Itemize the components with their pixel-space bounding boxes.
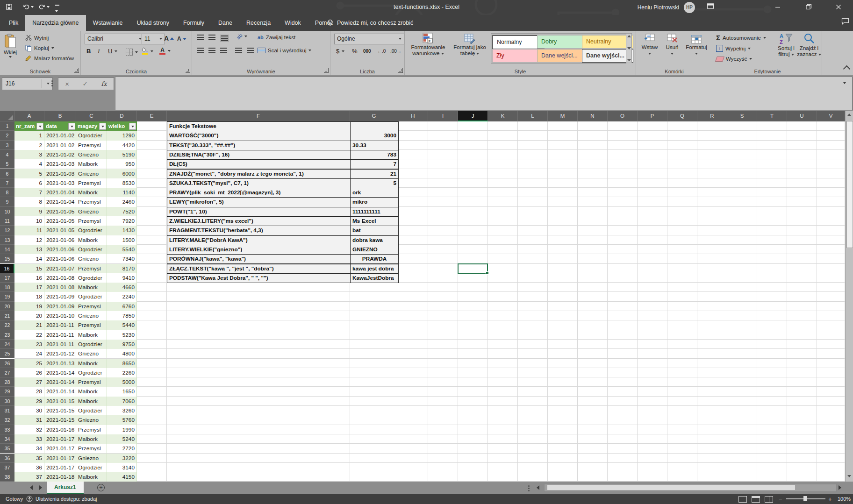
- copy-button[interactable]: Kopiuj: [25, 45, 54, 51]
- align-center-button[interactable]: [208, 48, 215, 53]
- page-layout-view-icon[interactable]: [752, 496, 760, 503]
- row-header-5[interactable]: 5: [0, 159, 14, 169]
- column-header-U[interactable]: U: [787, 111, 817, 121]
- clipboard-dialog-launcher-icon[interactable]: [74, 68, 79, 73]
- column-header-I[interactable]: I: [428, 111, 458, 121]
- cell-formula[interactable]: FRAGMENT.TEKSTU("herbata", 4,3): [167, 226, 351, 235]
- cell-result[interactable]: KawaJestDobra: [350, 273, 399, 283]
- font-color-button[interactable]: A: [159, 47, 171, 55]
- cell-nr-zam[interactable]: 31: [14, 415, 44, 425]
- tab-wstawianie[interactable]: Wstawianie: [86, 15, 130, 31]
- row-header-15[interactable]: 15: [0, 254, 14, 263]
- tab-dane[interactable]: Dane: [211, 15, 239, 31]
- cell-magazyn[interactable]: Przemysl: [76, 425, 107, 434]
- avatar[interactable]: HP: [684, 2, 695, 13]
- insert-function-icon[interactable]: fx: [101, 80, 107, 87]
- cell-magazyn[interactable]: Przemysl: [76, 264, 107, 273]
- row-header-34[interactable]: 34: [0, 434, 14, 444]
- next-sheet-icon[interactable]: [39, 485, 42, 490]
- row-header-27[interactable]: 27: [0, 368, 14, 377]
- cell-style-dane-wej-ci-[interactable]: Dane wejści...: [537, 49, 588, 63]
- cell-magazyn[interactable]: Malbork: [76, 283, 107, 292]
- vertical-scroll-thumb[interactable]: [846, 121, 853, 248]
- cell-magazyn[interactable]: Malbork: [76, 434, 107, 444]
- normal-view-icon[interactable]: [738, 496, 747, 503]
- add-sheet-icon[interactable]: +: [97, 484, 105, 491]
- page-break-view-icon[interactable]: [765, 496, 773, 503]
- tell-me[interactable]: Powiedz mi, co chcesz zrobić: [327, 15, 413, 31]
- close-icon[interactable]: [828, 0, 849, 15]
- tab-formuły[interactable]: Formuły: [176, 15, 211, 31]
- column-header-H[interactable]: H: [398, 111, 428, 121]
- tab-recenzja[interactable]: Recenzja: [239, 15, 278, 31]
- column-header-K[interactable]: K: [488, 111, 518, 121]
- cell-formula[interactable]: TEKST("30.333", "##.##"): [167, 141, 351, 150]
- cell-data[interactable]: 2021-01-04: [44, 197, 76, 206]
- cell-data[interactable]: 2021-01-09: [44, 302, 76, 311]
- cell-nr-zam[interactable]: 35: [14, 454, 44, 463]
- row-header-3[interactable]: 3: [0, 141, 14, 150]
- cell-data[interactable]: 2021-01-06: [44, 235, 76, 245]
- cell-wielkosc[interactable]: 3140: [107, 463, 137, 472]
- cell-magazyn[interactable]: Przemysl: [76, 320, 107, 330]
- cell-wielkosc[interactable]: 7340: [107, 254, 137, 263]
- alignment-dialog-launcher-icon[interactable]: [324, 68, 329, 73]
- cell-wielkosc[interactable]: 2460: [107, 197, 137, 206]
- align-top-button[interactable]: [197, 35, 204, 40]
- cell-data[interactable]: 2021-01-18: [44, 472, 76, 482]
- cell-magazyn[interactable]: Przemysl: [76, 444, 107, 453]
- cell-data[interactable]: 2021-01-02: [44, 150, 76, 159]
- cell-formula[interactable]: LITERY.WIELKIE("gniezno"): [167, 245, 351, 255]
- row-header-11[interactable]: 11: [0, 216, 14, 226]
- cell-magazyn[interactable]: Przemysl: [76, 302, 107, 311]
- horizontal-scroll-thumb[interactable]: [547, 485, 795, 490]
- tab-narzędzia-główne[interactable]: Narzędzia główne: [25, 15, 86, 31]
- cell-data[interactable]: 2021-01-04: [44, 188, 76, 197]
- cell-nr-zam[interactable]: 9: [14, 207, 44, 216]
- fill-color-button[interactable]: [142, 47, 153, 56]
- cell-wielkosc[interactable]: 7520: [107, 207, 137, 216]
- row-header-24[interactable]: 24: [0, 340, 14, 349]
- cell-data[interactable]: 2021-01-11: [44, 330, 76, 340]
- cell-nr-zam[interactable]: 15: [14, 264, 44, 273]
- cell-data[interactable]: 2021-01-17: [44, 434, 76, 444]
- cell-wielkosc[interactable]: 4420: [107, 141, 137, 150]
- font-family-select[interactable]: Calibri: [85, 34, 144, 44]
- cell-wielkosc[interactable]: 6760: [107, 302, 137, 311]
- align-middle-button[interactable]: [208, 35, 215, 40]
- scroll-down-icon[interactable]: [847, 475, 851, 477]
- cell-nr-zam[interactable]: 28: [14, 387, 44, 396]
- cell-data[interactable]: 2021-01-11: [44, 340, 76, 349]
- cell-data[interactable]: 2021-01-15: [44, 406, 76, 415]
- italic-button[interactable]: I: [98, 48, 100, 55]
- cell-wielkosc[interactable]: 1990: [107, 425, 137, 434]
- row-header-21[interactable]: 21: [0, 311, 14, 320]
- cell-data[interactable]: 2021-01-14: [44, 387, 76, 396]
- cell-result[interactable]: dobra kawa: [350, 235, 399, 245]
- cell-nr-zam[interactable]: 13: [14, 245, 44, 254]
- cell-style-dobry[interactable]: Dobry: [537, 35, 588, 49]
- cell-magazyn[interactable]: Malbork: [76, 472, 107, 482]
- cell-nr-zam[interactable]: 16: [14, 273, 44, 283]
- cell-nr-zam[interactable]: 18: [14, 292, 44, 301]
- cell-magazyn[interactable]: Przemysl: [76, 197, 107, 206]
- row-header-9[interactable]: 9: [0, 197, 14, 206]
- cell-formula[interactable]: SZUKAJ.TEKST("mysl", C7, 1): [167, 178, 351, 188]
- cell-wielkosc[interactable]: 4800: [107, 349, 137, 358]
- cell-nr-zam[interactable]: 2: [14, 141, 44, 150]
- cell-data[interactable]: 2021-01-13: [44, 359, 76, 368]
- cell-data[interactable]: 2021-01-08: [44, 283, 76, 292]
- hscroll-left-icon[interactable]: [537, 485, 539, 490]
- merge-center-button[interactable]: Scal i wyśrodkuj: [258, 48, 311, 53]
- tab-plik[interactable]: Plik: [2, 15, 25, 31]
- cell-result[interactable]: kawa jest dobra: [350, 264, 399, 274]
- cell-data[interactable]: 2021-01-07: [44, 264, 76, 273]
- cell-wielkosc[interactable]: 2260: [107, 368, 137, 377]
- cell-result[interactable]: PRAWDA: [350, 254, 399, 264]
- cell-wielkosc[interactable]: 5240: [107, 434, 137, 444]
- formula-bar-kebab-icon[interactable]: [51, 79, 53, 87]
- cell-nr-zam[interactable]: 24: [14, 349, 44, 358]
- cell-nr-zam[interactable]: 36: [14, 463, 44, 472]
- cell-result[interactable]: 21: [350, 169, 399, 179]
- cell-magazyn[interactable]: Ogrodzier: [76, 406, 107, 415]
